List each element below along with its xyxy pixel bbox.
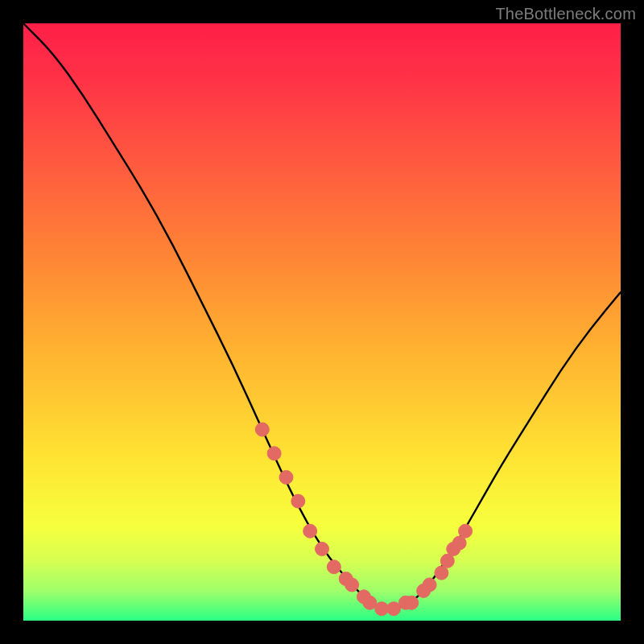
curve-marker (303, 524, 317, 538)
curve-marker (345, 578, 359, 592)
curve-marker (363, 596, 377, 609)
curve-marker (387, 602, 401, 616)
curve-marker (279, 470, 293, 484)
curve-marker (316, 542, 329, 555)
bottleneck-curve-svg (23, 23, 621, 621)
curve-marker (327, 560, 341, 574)
watermark-text: TheBottleneck.com (495, 5, 636, 23)
chart-plot-area (23, 23, 621, 621)
curve-marker (459, 524, 473, 538)
bottleneck-curve-path (23, 23, 621, 609)
marker-group (255, 423, 472, 616)
curve-marker (435, 566, 448, 580)
curve-marker (440, 554, 454, 568)
curve-marker (255, 423, 269, 436)
curve-marker (405, 596, 419, 609)
curve-marker (423, 578, 436, 592)
curve-marker (291, 494, 305, 508)
curve-marker (452, 536, 466, 550)
curve-marker (267, 447, 281, 460)
